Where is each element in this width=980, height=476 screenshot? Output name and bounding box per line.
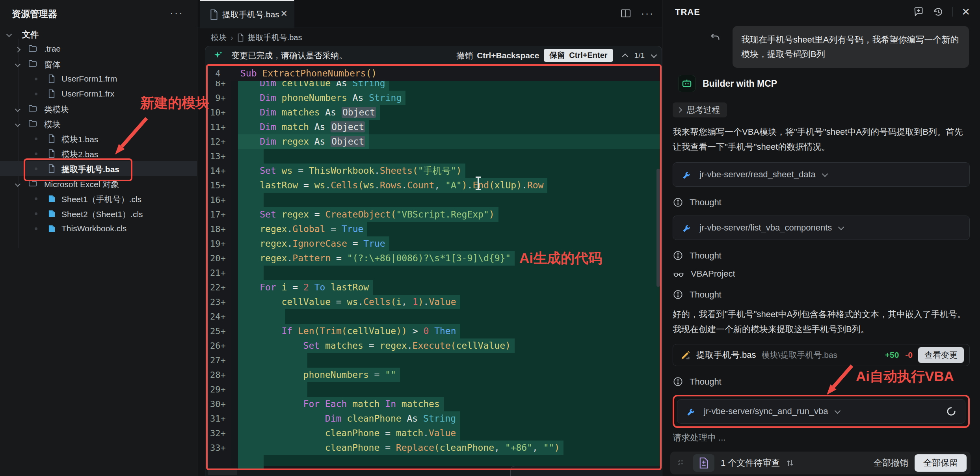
code-line-sticky[interactable]: 4 Sub ExtractPhoneNumbers() bbox=[206, 66, 661, 81]
code-line[interactable]: 15+ lastRow = ws.Cells(ws.Rows.Count, "A… bbox=[206, 178, 661, 193]
tool-call[interactable]: jr-vbe-server/read_sheet_data bbox=[673, 162, 970, 187]
code-line[interactable]: 16+ bbox=[206, 193, 661, 207]
tree-item[interactable]: 类模块 bbox=[0, 101, 197, 116]
tree-item[interactable]: Microsoft Excel 对象 bbox=[0, 176, 197, 191]
breadcrumb-parent[interactable]: 模块 bbox=[211, 32, 227, 43]
undo-change-button[interactable]: 撤销Ctrl+Backspace bbox=[456, 50, 539, 61]
code-line[interactable]: 25+ If Len(Trim(cellValue)) > 0 Then bbox=[206, 324, 661, 338]
folder-icon bbox=[28, 179, 37, 187]
file-dot-icon bbox=[35, 167, 37, 170]
tree-item[interactable]: .trae bbox=[0, 41, 197, 56]
code-line[interactable]: 21+ bbox=[206, 266, 661, 280]
code-line[interactable]: 20+ regex.Pattern = "(?:\+86|0086)?\s*1[… bbox=[206, 251, 661, 266]
history-icon[interactable] bbox=[933, 6, 944, 17]
line-number: 18+ bbox=[206, 222, 231, 236]
breadcrumb[interactable]: 模块 › 提取手机号.bas bbox=[211, 32, 302, 43]
code-line[interactable]: 29+ bbox=[206, 382, 661, 397]
checklist-icon[interactable] bbox=[677, 458, 687, 468]
chevron-down-icon[interactable] bbox=[838, 224, 844, 230]
folder-icon bbox=[28, 60, 37, 67]
code-line[interactable]: 11+ Dim match As Object bbox=[206, 120, 661, 134]
code-editor[interactable]: 4 Sub ExtractPhoneNumbers() 8+ Dim cellV… bbox=[206, 66, 661, 476]
code-line[interactable]: 19+ regex.IgnoreCase = True bbox=[206, 236, 661, 251]
tree-item[interactable]: 窗体 bbox=[0, 56, 197, 71]
chevron-down-icon[interactable] bbox=[15, 106, 20, 112]
prev-change-icon[interactable] bbox=[622, 53, 628, 60]
breadcrumb-file[interactable]: 提取手机号.bas bbox=[248, 32, 302, 43]
file-change-card[interactable]: 提取手机号.bas 模块\提取手机号.bas +50 -0 查看变更 bbox=[673, 344, 970, 366]
editor-area: 提取手机号.bas ✕ ··· 模块 › 提取手机号.bas bbox=[197, 0, 662, 476]
keep-all-button[interactable]: 全部保留 bbox=[915, 454, 967, 472]
view-changes-button[interactable]: 查看变更 bbox=[918, 347, 964, 363]
tree-item[interactable]: UserForm1.frx bbox=[0, 86, 197, 101]
explorer-more-icon[interactable]: ··· bbox=[170, 7, 184, 19]
thought-icon bbox=[673, 197, 683, 208]
scrollbar-thumb[interactable] bbox=[656, 169, 660, 287]
tool-call[interactable]: jr-vbe-server/sync_and_run_vba bbox=[677, 399, 965, 424]
chevron-down-icon[interactable] bbox=[834, 407, 841, 414]
tree-item[interactable]: 提取手机号.bas bbox=[0, 161, 197, 176]
tree-item[interactable]: UserForm1.frm bbox=[0, 71, 197, 86]
tree-item[interactable]: Sheet2（Sheet1）.cls bbox=[0, 206, 197, 221]
assistant-message: 好的，我看到"手机号"sheet中A列包含各种格式的文本，其中嵌入了手机号。我现… bbox=[673, 307, 970, 337]
tab-extract-phone[interactable]: 提取手机号.bas ✕ bbox=[200, 0, 294, 28]
code-line[interactable]: 32+ cleanPhone = match.Value bbox=[206, 426, 661, 441]
sort-updown-icon[interactable] bbox=[786, 458, 794, 468]
thought-item[interactable]: Thought bbox=[673, 197, 970, 208]
thought-item[interactable]: Thought bbox=[673, 289, 970, 300]
tree-item[interactable]: Sheet1（手机号）.cls bbox=[0, 191, 197, 206]
code-line[interactable]: 24+ bbox=[206, 309, 661, 324]
thought-item[interactable]: Thought bbox=[673, 250, 970, 261]
code-line[interactable]: 26+ Set matches = regex.Execute(cellValu… bbox=[206, 338, 661, 353]
file-icon bbox=[237, 33, 244, 42]
split-editor-icon[interactable] bbox=[621, 9, 631, 18]
code-line[interactable]: 23+ cellValue = ws.Cells(i, 1).Value bbox=[206, 295, 661, 309]
chevron-down-icon[interactable] bbox=[6, 32, 12, 37]
tree-item[interactable]: 模块 bbox=[0, 116, 197, 131]
next-change-icon[interactable] bbox=[651, 52, 657, 58]
changed-file-name: 提取手机号.bas bbox=[696, 349, 756, 361]
chevron-down-icon[interactable] bbox=[15, 61, 20, 67]
builder-agent-icon bbox=[678, 75, 695, 92]
tree-item[interactable]: 模块2.bas bbox=[0, 146, 197, 161]
close-panel-icon[interactable]: ✕ bbox=[961, 7, 970, 17]
chevron-down-icon[interactable] bbox=[15, 121, 20, 127]
code-line[interactable]: 18+ regex.Global = True bbox=[206, 222, 661, 236]
thinking-process-toggle[interactable]: 思考过程 bbox=[673, 102, 727, 117]
code-line[interactable]: 13+ bbox=[206, 149, 661, 164]
mouse-text-cursor bbox=[478, 177, 479, 189]
code-line[interactable]: 28+ phoneNumbers = "" bbox=[206, 368, 661, 382]
new-chat-icon[interactable] bbox=[913, 6, 924, 17]
tool-call[interactable]: jr-vbe-server/list_vba_components bbox=[673, 216, 970, 240]
chevron-down-icon[interactable] bbox=[822, 171, 828, 177]
code-line[interactable] bbox=[206, 455, 661, 466]
code-line[interactable]: 30+ For Each match In matches bbox=[206, 397, 661, 411]
code-line[interactable]: 10+ Dim matches As Object bbox=[206, 105, 661, 120]
chevron-right-icon[interactable] bbox=[15, 47, 20, 52]
vba-project-item[interactable]: VBAProject bbox=[673, 269, 970, 279]
keep-change-button[interactable]: 保留Ctrl+Enter bbox=[544, 49, 613, 62]
code-line[interactable]: 9+ Dim phoneNumbers As String bbox=[206, 91, 661, 105]
code-line[interactable]: 22+ For i = 2 To lastRow bbox=[206, 280, 661, 295]
thought-item[interactable]: Thought bbox=[673, 376, 970, 387]
line-number bbox=[206, 455, 231, 466]
editor-more-icon[interactable]: ··· bbox=[641, 8, 654, 19]
loading-spinner-icon bbox=[946, 406, 956, 416]
tree-item[interactable]: ThisWorkbook.cls bbox=[0, 221, 197, 236]
tree-item[interactable]: 模块1.bas bbox=[0, 131, 197, 146]
folder-icon bbox=[28, 119, 37, 127]
code-line[interactable]: 33+ cleanPhone = Replace(cleanPhone, "+8… bbox=[206, 441, 661, 455]
lines-removed: -0 bbox=[905, 350, 913, 360]
file-review-button[interactable] bbox=[693, 454, 714, 472]
tree-item[interactable]: 文件 bbox=[0, 26, 197, 41]
tab-close-icon[interactable]: ✕ bbox=[281, 9, 288, 19]
code-line[interactable]: 27+ bbox=[206, 353, 661, 368]
restore-checkpoint-icon[interactable] bbox=[710, 32, 721, 43]
code-line[interactable]: 12+ Dim regex As Object bbox=[206, 134, 661, 149]
chevron-down-icon[interactable] bbox=[15, 181, 20, 187]
code-line[interactable]: 17+ Set regex = CreateObject("VBScript.R… bbox=[206, 207, 661, 222]
line-number: 28+ bbox=[206, 368, 231, 382]
code-line[interactable]: 31+ Dim cleanPhone As String bbox=[206, 411, 661, 426]
code-line[interactable]: 14+ Set ws = ThisWorkbook.Sheets("手机号") bbox=[206, 164, 661, 178]
undo-all-button[interactable]: 全部撤销 bbox=[874, 457, 908, 469]
